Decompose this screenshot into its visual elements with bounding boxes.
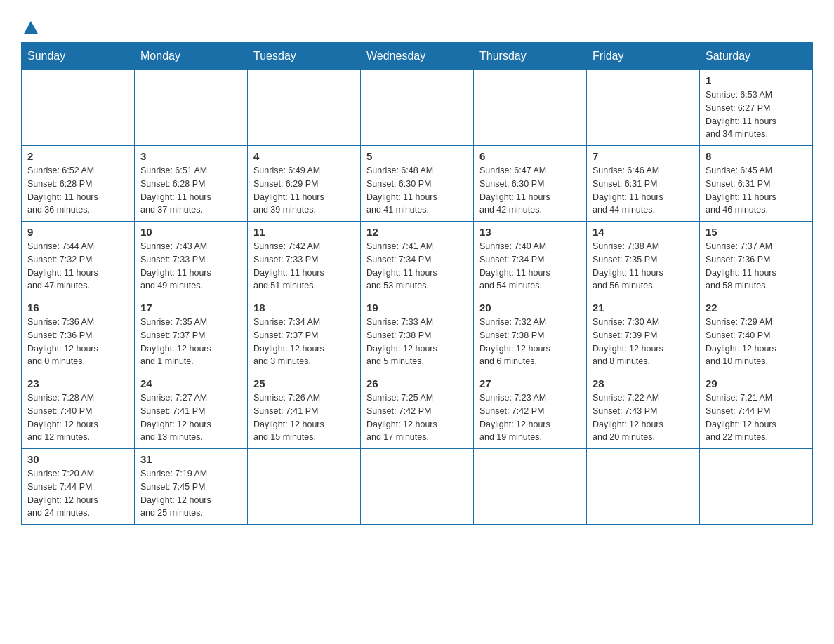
day-number: 5 — [366, 150, 468, 162]
calendar-cell: 28Sunrise: 7:22 AMSunset: 7:43 PMDayligh… — [587, 373, 700, 449]
calendar-week-5: 23Sunrise: 7:28 AMSunset: 7:40 PMDayligh… — [22, 373, 813, 449]
day-info: Sunrise: 6:51 AMSunset: 6:28 PMDaylight:… — [140, 164, 241, 217]
weekday-header-tuesday: Tuesday — [248, 43, 361, 70]
logo — [21, 21, 38, 35]
weekday-header-row: SundayMondayTuesdayWednesdayThursdayFrid… — [22, 43, 813, 70]
day-info: Sunrise: 7:35 AMSunset: 7:37 PMDaylight:… — [140, 316, 241, 368]
calendar-cell: 16Sunrise: 7:36 AMSunset: 7:36 PMDayligh… — [22, 297, 135, 373]
calendar-cell: 1Sunrise: 6:53 AMSunset: 6:27 PMDaylight… — [700, 70, 813, 146]
weekday-header-friday: Friday — [587, 43, 700, 70]
day-info: Sunrise: 6:48 AMSunset: 6:30 PMDaylight:… — [366, 164, 468, 217]
day-number: 14 — [593, 226, 694, 238]
calendar-cell: 22Sunrise: 7:29 AMSunset: 7:40 PMDayligh… — [700, 297, 813, 373]
calendar-cell: 24Sunrise: 7:27 AMSunset: 7:41 PMDayligh… — [135, 373, 248, 449]
calendar-cell — [474, 70, 587, 146]
day-number: 25 — [253, 377, 355, 389]
day-number: 7 — [593, 150, 694, 162]
day-info: Sunrise: 7:41 AMSunset: 7:34 PMDaylight:… — [366, 240, 468, 293]
day-info: Sunrise: 6:45 AMSunset: 6:31 PMDaylight:… — [706, 164, 807, 217]
day-number: 31 — [140, 453, 241, 465]
day-number: 30 — [27, 453, 128, 465]
calendar-week-4: 16Sunrise: 7:36 AMSunset: 7:36 PMDayligh… — [22, 297, 813, 373]
day-info: Sunrise: 7:26 AMSunset: 7:41 PMDaylight:… — [253, 391, 355, 444]
weekday-header-wednesday: Wednesday — [361, 43, 474, 70]
day-number: 22 — [706, 302, 807, 314]
day-info: Sunrise: 7:30 AMSunset: 7:39 PMDaylight:… — [593, 316, 694, 368]
day-number: 6 — [479, 150, 581, 162]
day-number: 13 — [479, 226, 581, 238]
day-info: Sunrise: 7:20 AMSunset: 7:44 PMDaylight:… — [27, 467, 128, 520]
day-number: 23 — [27, 377, 128, 389]
day-number: 28 — [593, 377, 694, 389]
weekday-header-monday: Monday — [135, 43, 248, 70]
logo-general — [21, 21, 38, 35]
day-info: Sunrise: 7:36 AMSunset: 7:36 PMDaylight:… — [27, 316, 128, 368]
weekday-header-thursday: Thursday — [474, 43, 587, 70]
calendar-cell: 7Sunrise: 6:46 AMSunset: 6:31 PMDaylight… — [587, 146, 700, 222]
calendar-week-2: 2Sunrise: 6:52 AMSunset: 6:28 PMDaylight… — [22, 146, 813, 222]
calendar-cell — [361, 449, 474, 525]
calendar-week-6: 30Sunrise: 7:20 AMSunset: 7:44 PMDayligh… — [22, 449, 813, 525]
calendar-cell: 13Sunrise: 7:40 AMSunset: 7:34 PMDayligh… — [474, 222, 587, 297]
calendar-cell: 10Sunrise: 7:43 AMSunset: 7:33 PMDayligh… — [135, 222, 248, 297]
calendar-cell: 14Sunrise: 7:38 AMSunset: 7:35 PMDayligh… — [587, 222, 700, 297]
day-number: 18 — [253, 302, 355, 314]
day-number: 17 — [140, 302, 241, 314]
day-info: Sunrise: 7:19 AMSunset: 7:45 PMDaylight:… — [140, 467, 241, 520]
weekday-header-saturday: Saturday — [700, 43, 813, 70]
calendar-cell: 8Sunrise: 6:45 AMSunset: 6:31 PMDaylight… — [700, 146, 813, 222]
calendar-cell: 26Sunrise: 7:25 AMSunset: 7:42 PMDayligh… — [361, 373, 474, 449]
calendar-cell — [248, 70, 361, 146]
calendar-cell: 11Sunrise: 7:42 AMSunset: 7:33 PMDayligh… — [248, 222, 361, 297]
calendar-cell: 18Sunrise: 7:34 AMSunset: 7:37 PMDayligh… — [248, 297, 361, 373]
calendar-cell — [248, 449, 361, 525]
calendar-cell: 4Sunrise: 6:49 AMSunset: 6:29 PMDaylight… — [248, 146, 361, 222]
day-number: 11 — [253, 226, 355, 238]
day-info: Sunrise: 7:29 AMSunset: 7:40 PMDaylight:… — [706, 316, 807, 368]
calendar-table: SundayMondayTuesdayWednesdayThursdayFrid… — [21, 42, 813, 525]
calendar-cell: 3Sunrise: 6:51 AMSunset: 6:28 PMDaylight… — [135, 146, 248, 222]
day-number: 8 — [706, 150, 807, 162]
calendar-cell: 2Sunrise: 6:52 AMSunset: 6:28 PMDaylight… — [22, 146, 135, 222]
calendar-cell: 23Sunrise: 7:28 AMSunset: 7:40 PMDayligh… — [22, 373, 135, 449]
day-info: Sunrise: 7:21 AMSunset: 7:44 PMDaylight:… — [706, 391, 807, 444]
day-number: 3 — [140, 150, 241, 162]
day-info: Sunrise: 7:34 AMSunset: 7:37 PMDaylight:… — [253, 316, 355, 368]
day-info: Sunrise: 7:38 AMSunset: 7:35 PMDaylight:… — [593, 240, 694, 293]
day-info: Sunrise: 7:44 AMSunset: 7:32 PMDaylight:… — [27, 240, 128, 293]
day-info: Sunrise: 6:47 AMSunset: 6:30 PMDaylight:… — [479, 164, 581, 217]
calendar-cell: 19Sunrise: 7:33 AMSunset: 7:38 PMDayligh… — [361, 297, 474, 373]
day-number: 21 — [593, 302, 694, 314]
day-number: 4 — [253, 150, 355, 162]
day-number: 9 — [27, 226, 128, 238]
day-number: 24 — [140, 377, 241, 389]
calendar-cell: 5Sunrise: 6:48 AMSunset: 6:30 PMDaylight… — [361, 146, 474, 222]
calendar-cell: 15Sunrise: 7:37 AMSunset: 7:36 PMDayligh… — [700, 222, 813, 297]
day-number: 10 — [140, 226, 241, 238]
calendar-cell — [22, 70, 135, 146]
day-number: 26 — [366, 377, 468, 389]
calendar-cell: 17Sunrise: 7:35 AMSunset: 7:37 PMDayligh… — [135, 297, 248, 373]
page-header — [21, 14, 813, 35]
calendar-cell: 29Sunrise: 7:21 AMSunset: 7:44 PMDayligh… — [700, 373, 813, 449]
day-number: 20 — [479, 302, 581, 314]
day-info: Sunrise: 7:40 AMSunset: 7:34 PMDaylight:… — [479, 240, 581, 293]
calendar-cell: 25Sunrise: 7:26 AMSunset: 7:41 PMDayligh… — [248, 373, 361, 449]
calendar-cell — [361, 70, 474, 146]
day-info: Sunrise: 6:46 AMSunset: 6:31 PMDaylight:… — [593, 164, 694, 217]
day-number: 19 — [366, 302, 468, 314]
day-info: Sunrise: 6:49 AMSunset: 6:29 PMDaylight:… — [253, 164, 355, 217]
day-number: 1 — [706, 74, 807, 86]
day-number: 29 — [706, 377, 807, 389]
day-info: Sunrise: 6:53 AMSunset: 6:27 PMDaylight:… — [706, 88, 807, 141]
day-info: Sunrise: 7:23 AMSunset: 7:42 PMDaylight:… — [479, 391, 581, 444]
calendar-week-1: 1Sunrise: 6:53 AMSunset: 6:27 PMDaylight… — [22, 70, 813, 146]
calendar-cell: 6Sunrise: 6:47 AMSunset: 6:30 PMDaylight… — [474, 146, 587, 222]
weekday-header-sunday: Sunday — [22, 43, 135, 70]
day-number: 2 — [27, 150, 128, 162]
day-info: Sunrise: 7:28 AMSunset: 7:40 PMDaylight:… — [27, 391, 128, 444]
calendar-cell: 9Sunrise: 7:44 AMSunset: 7:32 PMDaylight… — [22, 222, 135, 297]
day-info: Sunrise: 7:27 AMSunset: 7:41 PMDaylight:… — [140, 391, 241, 444]
day-info: Sunrise: 7:25 AMSunset: 7:42 PMDaylight:… — [366, 391, 468, 444]
calendar-cell: 21Sunrise: 7:30 AMSunset: 7:39 PMDayligh… — [587, 297, 700, 373]
